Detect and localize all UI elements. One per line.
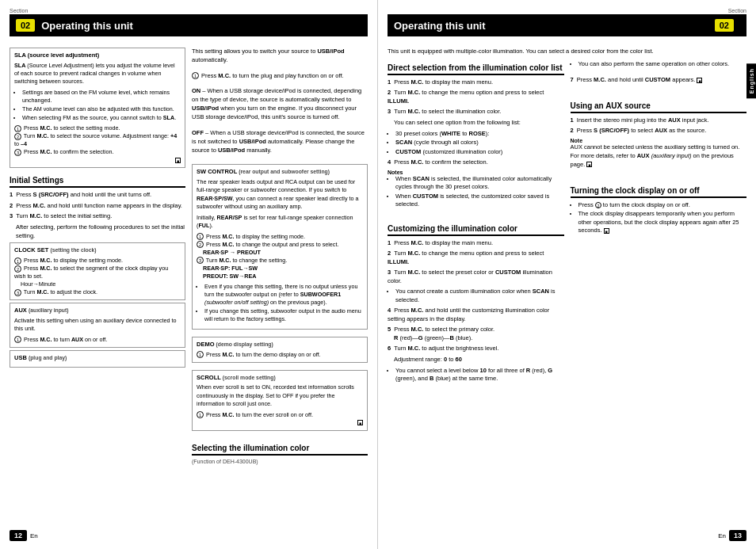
- aux-step2: 2 Press S (SRC/OFF) to select AUX as the…: [571, 127, 747, 135]
- using-aux-title: Using an AUX source: [571, 101, 747, 113]
- demo-title: DEMO (demo display setting): [197, 341, 363, 349]
- clock-bullet1: Press 2 to turn the clock display on or …: [578, 201, 747, 210]
- page-en-right: En: [718, 532, 726, 539]
- ds-note2: When CUSTOM is selected, the customized …: [395, 193, 564, 209]
- right-page-number-bar: En 13: [388, 527, 746, 541]
- scroll-content: When ever scroll is set to ON, recorded …: [197, 383, 363, 408]
- sla-p1: SLA (Source Level Adjustment) lets you a…: [14, 62, 181, 86]
- direct-selection-section: Direct selection from the illumination c…: [388, 60, 564, 212]
- left-col1: SLA (source level adjustment) SLA (Sourc…: [10, 48, 185, 527]
- ds-notes-list: When SCAN is selected, the illuminated c…: [395, 175, 564, 209]
- cust-step6-note-list: You cannot select a level below 10 for a…: [395, 367, 564, 383]
- aux-note-section: Note AUX cannot be selected unless the a…: [571, 138, 747, 170]
- ds-note1: When SCAN is selected, the illuminated c…: [395, 175, 564, 192]
- usb-step: 1 Press M.C. to turn the plug and play f…: [192, 72, 368, 81]
- page-num-right: 13: [729, 530, 746, 541]
- sw-step3: 3 Turn M.C. to change the setting. REAR·…: [197, 257, 363, 280]
- sla-step2: 2 Turn M.C. to select the source volume.…: [14, 132, 181, 148]
- col2-note-same: You can also perform the same operation …: [578, 60, 747, 69]
- sw-step1: 1 Press M.C. to display the setting mode…: [197, 233, 363, 241]
- page-title-right: Operating this unit: [394, 20, 715, 32]
- direct-selection-title: Direct selection from the illumination c…: [388, 63, 564, 75]
- section-label-right: Section: [388, 8, 746, 13]
- header-bar-right: 02 Operating this unit: [388, 14, 746, 36]
- aux-note-text: AUX cannot be selected unless the auxili…: [571, 143, 747, 170]
- customizing-title: Customizing the illumination color: [388, 224, 564, 236]
- scroll-title: SCROLL (scroll mode setting): [197, 374, 363, 383]
- usb-content-text: This setting allows you to switch your s…: [192, 48, 368, 65]
- right-col1: Direct selection from the illumination c…: [388, 60, 564, 527]
- section-num-left: 02: [16, 19, 35, 32]
- sw-step2: 2 Press M.C. to change the output and pr…: [197, 241, 363, 257]
- sla-end-icon: ■: [175, 158, 181, 163]
- english-tab: English: [746, 63, 756, 98]
- left-page: Section 02 Operating this unit SLA (sour…: [0, 0, 378, 549]
- cust-step6: 6 Turn M.C. to adjust the brightness lev…: [388, 345, 564, 353]
- left-page-number-bar: 12 En: [10, 527, 368, 541]
- sw-control-title: SW CONTROL (rear output and subwoofer se…: [197, 168, 363, 177]
- cust-note1: You cannot create a custom illumination …: [395, 288, 564, 304]
- ds-option1: 30 preset colors (WHITE to ROSE):: [395, 130, 564, 139]
- sw-note2: If you change this setting, subwoofer ou…: [204, 307, 363, 323]
- scroll-box: SCROLL (scroll mode setting) When ever s…: [192, 370, 368, 431]
- clock-display-title: Turning the clock display on or off: [571, 186, 747, 198]
- cust-step2: 2 Turn M.C. to change the menu option an…: [388, 250, 564, 266]
- aux-title: AUX (auxiliary input): [14, 307, 181, 315]
- ds-step3: 3 Turn M.C. to select the illumination c…: [388, 108, 564, 116]
- cust-step6-note: You cannot select a level below 10 for a…: [395, 367, 564, 383]
- clock-step1: 1 Press M.C. to display the setting mode…: [14, 257, 181, 265]
- aux-step: 1 Press M.C. to turn AUX on or off.: [14, 336, 181, 344]
- cust-step4: 4 Press M.C. and hold until the customiz…: [388, 307, 564, 323]
- sla-list: Settings are based on the FM volume leve…: [22, 89, 181, 122]
- on-text: ON – When a USB storage device/iPod is c…: [192, 87, 368, 122]
- init-step1: 1 Press S (SRC/OFF) and hold until the u…: [10, 191, 185, 200]
- section-num-right: 02: [715, 19, 734, 32]
- demo-step: 1 Press M.C. to turn the demo display on…: [197, 351, 363, 359]
- sla-li2: The AM volume level can also be adjusted…: [22, 105, 181, 113]
- sw-note1: Even if you change this setting, there i…: [204, 283, 363, 307]
- ds-options-list: 30 preset colors (WHITE to ROSE): SCAN (…: [395, 130, 564, 157]
- init-step3-sub: After selecting, perform the following p…: [16, 223, 185, 241]
- ds-option2: SCAN (cycle through all colors): [395, 139, 564, 147]
- initial-settings-title: Initial Settings: [10, 176, 185, 188]
- sw-control-box: SW CONTROL (rear output and subwoofer se…: [192, 164, 368, 330]
- sla-box: SLA (source level adjustment) SLA (Sourc…: [10, 48, 185, 168]
- ds-option3: CUSTOM (customized illumination color): [395, 148, 564, 157]
- cust-step1: 1 Press M.C. to display the main menu.: [388, 239, 564, 248]
- usb-title-left: USB (plug and play): [14, 354, 181, 363]
- selecting-title: Selecting the illumination color: [192, 444, 368, 456]
- left-page-content: SLA (source level adjustment) SLA (Sourc…: [10, 48, 368, 527]
- col2-step7: 7 Press M.C. and hold until CUSTOM appea…: [571, 76, 747, 85]
- usb-box-left: USB (plug and play): [10, 350, 185, 368]
- aux-content: Activate this setting when using an auxi…: [14, 317, 181, 334]
- sw-content: The rear speaker leads output and RCA ou…: [197, 178, 363, 212]
- ds-notes-label: Notes: [388, 170, 564, 175]
- ds-step4: 4 Press M.C. to confirm the selection.: [388, 158, 564, 167]
- clock-set-title: CLOCK SET (setting the clock): [14, 246, 181, 255]
- selecting-section: Selecting the illumination color (Functi…: [192, 440, 368, 464]
- clock-set-box: CLOCK SET (setting the clock) 1 Press M.…: [10, 242, 185, 300]
- right-col2: You can also perform the same operation …: [571, 60, 747, 527]
- right-page: English Section 02 Operating this unit T…: [378, 0, 756, 549]
- demo-box: DEMO (demo display setting) 1 Press M.C.…: [192, 337, 368, 363]
- clock-step3: 3 Turn M.C. to adjust the clock.: [14, 288, 181, 296]
- page-title-left: Operating this unit: [41, 20, 133, 32]
- clock-step2: 2 Press M.C. to select the segment of th…: [14, 265, 181, 288]
- cust-step5: 5 Press M.C. to select the primary color…: [388, 326, 564, 342]
- sla-li1: Settings are based on the FM volume leve…: [22, 89, 181, 105]
- selecting-subtitle: (Function of DEH-4300UB): [192, 459, 368, 464]
- right-page-content: Direct selection from the illumination c…: [388, 60, 746, 527]
- scroll-step: 1 Press M.C. to turn the ever scroll on …: [197, 411, 363, 419]
- sla-title: SLA (source level adjustment): [14, 51, 181, 60]
- section-label-left: Section: [10, 8, 368, 13]
- using-aux-section: Using an AUX source 1 Insert the stereo …: [571, 98, 747, 172]
- init-step3: 3 Turn M.C. to select the initial settin…: [10, 212, 185, 221]
- clock-display-list: Press 2 to turn the clock display on or …: [578, 201, 747, 235]
- sla-step1: 1 Press M.C. to select the setting mode.: [14, 124, 181, 132]
- aux-note-label: Note: [571, 138, 747, 143]
- page-num-left: 12: [10, 530, 27, 541]
- aux-end-icon: ■: [586, 162, 592, 167]
- off-text: OFF – When a USB storage device/iPod is …: [192, 129, 368, 155]
- ds-step2: 2 Turn M.C. to change the menu option an…: [388, 89, 564, 105]
- ds-step3-sub: You can select one option from the follo…: [394, 119, 564, 128]
